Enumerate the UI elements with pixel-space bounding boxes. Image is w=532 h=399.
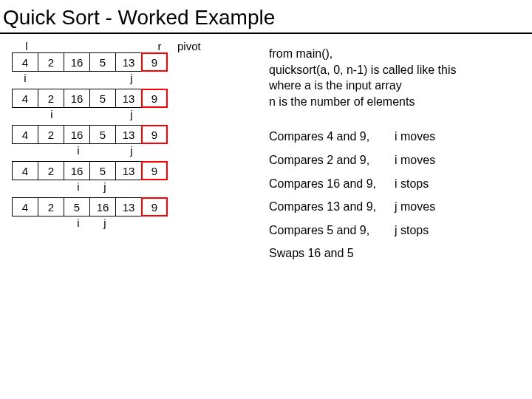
intro-line: n is the number of elements [269,94,456,110]
comparison-line: Compares 16 and 9, i stops [269,176,456,192]
content-area: l r pivot 4 2 16 5 13 9 i j [0,34,532,262]
cell: 2 [38,52,64,72]
array-row-3: 4 2 16 5 13 9 [12,161,204,180]
cmp-action: j stops [387,222,429,239]
pivot-cell: 9 [141,161,168,180]
cell: 13 [115,161,142,180]
cell: 13 [115,52,142,72]
marker-j: j [118,72,145,84]
intro-line: quicksort(a, 0, n-1) is called like this [269,62,456,78]
cell: 4 [12,52,38,72]
marker-r: r [146,40,173,52]
comparison-line: Compares 5 and 9, j stops [269,222,456,239]
state-1: 4 2 16 5 13 9 i j [12,89,204,120]
pivot-cell: 9 [141,197,168,216]
cmp-text: Compares 2 and 9, [269,152,387,168]
marker-j: j [92,216,118,229]
array-row-4: 4 2 5 16 13 9 [12,197,204,216]
cmp-text: Compares 13 and 9, [269,199,387,215]
bottom-markers-1: i j [12,108,204,120]
comparison-line: Compares 13 and 9, j moves [269,199,456,215]
pivot-cell: 9 [141,52,168,72]
cell: 5 [64,197,90,216]
cell: 4 [12,197,38,216]
marker-i: i [65,216,92,229]
cell: 16 [64,52,90,72]
pivot-cell: 9 [141,125,168,144]
cell: 4 [12,161,38,180]
cmp-action: i moves [387,152,435,168]
bottom-markers-0: i j [12,72,204,84]
intro-line: where a is the input array [269,78,456,94]
cell: 16 [64,161,90,180]
cmp-text: Compares 4 and 9, [269,129,387,145]
pivot-cell: 9 [141,89,168,108]
cell: 5 [89,125,116,144]
cell: 5 [89,52,116,72]
array-row-0: 4 2 16 5 13 9 [12,52,204,72]
cell: 4 [12,125,38,144]
bottom-markers-2: i j [12,144,204,157]
cell: 5 [89,89,116,108]
array-row-1: 4 2 16 5 13 9 [12,89,204,108]
marker-i: i [65,144,92,157]
cell: 13 [115,125,142,144]
cell: 16 [89,197,116,216]
cmp-text: Compares 5 and 9, [269,222,387,239]
pivot-label: pivot [173,40,201,52]
marker-i: i [65,180,92,193]
cell: 13 [115,197,142,216]
cell: 16 [64,125,90,144]
marker-i: i [12,72,38,84]
intro-line: from main(), [269,46,456,62]
marker-j: j [118,108,145,120]
state-4: 4 2 5 16 13 9 i j [12,197,204,229]
cmp-text: Compares 16 and 9, [269,176,387,192]
page-title: Quick Sort - Worked Example [0,0,532,34]
cell: 2 [38,161,64,180]
intro-text: from main(), quicksort(a, 0, n-1) is cal… [269,46,456,109]
state-0: l r pivot 4 2 16 5 13 9 i j [12,40,204,84]
comparison-line: Compares 2 and 9, i moves [269,152,456,168]
swap-line: Swaps 16 and 5 [269,245,456,262]
marker-j: j [92,180,118,193]
cell: 16 [64,89,90,108]
cell: 2 [38,125,64,144]
bottom-markers-3: i j [12,180,204,193]
marker-i: i [38,108,65,120]
cell: 4 [12,89,38,108]
array-states-column: l r pivot 4 2 16 5 13 9 i j [12,40,204,262]
top-markers-0: l r pivot [13,40,204,52]
array-row-2: 4 2 16 5 13 9 [12,125,204,144]
cell: 2 [38,197,64,216]
cell: 13 [115,89,142,108]
comparison-line: Compares 4 and 9, i moves [269,129,456,145]
cell: 2 [38,89,64,108]
cell: 5 [89,161,116,180]
state-2: 4 2 16 5 13 9 i j [12,125,204,157]
cmp-action: j moves [387,199,435,215]
comparisons-block: Compares 4 and 9, i moves Compares 2 and… [269,129,456,262]
bottom-markers-4: i j [12,216,204,229]
cmp-action: i moves [387,129,435,145]
cmp-action: i stops [387,176,429,192]
marker-l: l [13,40,40,52]
marker-j: j [118,144,145,157]
state-3: 4 2 16 5 13 9 i j [12,161,204,193]
explanation-column: from main(), quicksort(a, 0, n-1) is cal… [204,40,456,262]
